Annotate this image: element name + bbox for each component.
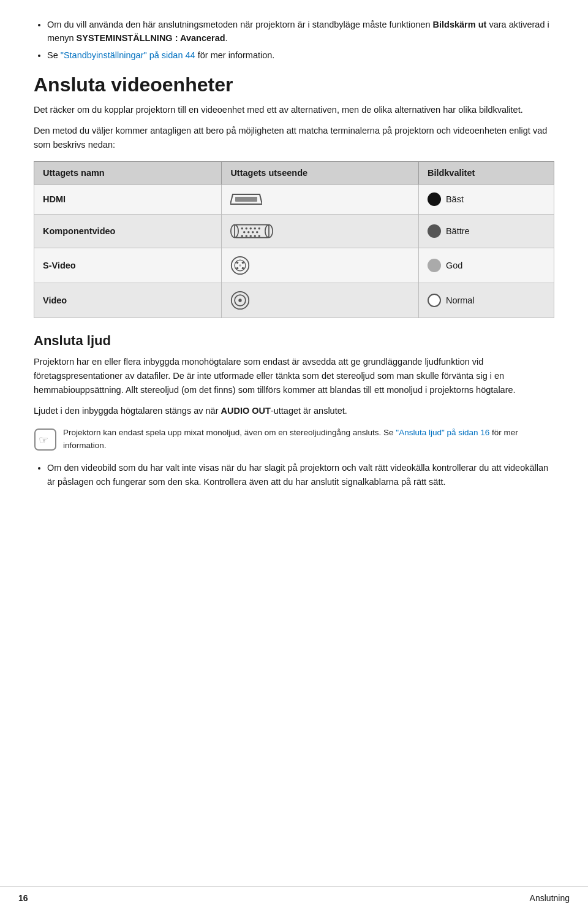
svg-rect-1 xyxy=(235,197,257,202)
svg-point-13 xyxy=(256,231,258,234)
svg-point-15 xyxy=(246,235,248,237)
svg-point-23 xyxy=(236,267,239,270)
quality-cell-svideo: God xyxy=(428,259,545,272)
svg-point-18 xyxy=(258,235,261,237)
footer-page-number: 16 xyxy=(18,893,28,903)
footer-section-label: Anslutning xyxy=(530,893,570,903)
svg-point-5 xyxy=(241,227,244,230)
note-icon: ☞ xyxy=(34,428,57,451)
main-heading: Ansluta videoenheter xyxy=(34,73,554,96)
quality-label-hdmi: Bäst xyxy=(446,194,464,204)
connector-name-video: Video xyxy=(43,295,67,305)
bullet1-audio-text: Om den videobild som du har valt inte vi… xyxy=(47,463,548,487)
table-row: HDMI Bäst xyxy=(34,185,554,215)
bullet-item-1: Om den videobild som du har valt inte vi… xyxy=(47,461,554,489)
page-footer: 16 Anslutning xyxy=(0,886,588,903)
quality-label-video: Normal xyxy=(446,295,475,305)
svg-point-8 xyxy=(254,227,257,230)
page-content: Om du vill använda den här anslutningsme… xyxy=(0,0,588,536)
body-bullets: Om den videobild som du har valt inte vi… xyxy=(34,461,554,489)
table-row: Video Normal xyxy=(34,283,554,318)
audio-paragraph-1: Projektorn har en eller flera inbyggda m… xyxy=(34,355,554,398)
quality-dot-component xyxy=(428,224,441,238)
connector-name-svideo: S-Video xyxy=(43,261,76,270)
quality-cell-hdmi: Bäst xyxy=(428,192,545,206)
audio-para2-end: -uttaget är anslutet. xyxy=(271,406,347,416)
bullet1-menu: SYSTEMINSTÄLLNING : Avancerad xyxy=(77,33,225,43)
quality-dot-svideo xyxy=(428,259,441,272)
bullet1-end: . xyxy=(225,33,228,43)
svg-point-28 xyxy=(239,299,242,302)
svg-point-10 xyxy=(243,231,246,234)
body-paragraph: Den metod du väljer kommer antagligen at… xyxy=(34,124,554,151)
svg-point-17 xyxy=(254,235,257,237)
svg-point-22 xyxy=(242,262,244,264)
svideo-connector-icon xyxy=(230,256,410,275)
intro-bullet-2: Se "Standbyinställningar" på sidan 44 fö… xyxy=(47,49,554,63)
svg-point-7 xyxy=(250,227,252,230)
quality-label-svideo: God xyxy=(446,261,462,270)
vga-connector-icon xyxy=(230,222,410,240)
intro-bullets: Om du vill använda den här anslutningsme… xyxy=(34,18,554,62)
table-row: S-Video xyxy=(34,248,554,283)
hdmi-connector-icon xyxy=(230,192,410,207)
svg-point-21 xyxy=(236,262,239,264)
audio-para2-pre: Ljudet i den inbyggda högtalaren stängs … xyxy=(34,406,221,416)
svg-point-9 xyxy=(258,227,261,230)
note-text-content: Projektorn kan endast spela upp mixat mo… xyxy=(63,427,554,452)
quality-cell-component: Bättre xyxy=(428,224,545,238)
bullet1-bold: Bildskärm ut xyxy=(433,20,487,29)
svg-rect-3 xyxy=(235,225,269,238)
bullet2-link[interactable]: "Standbyinställningar" på sidan 44 xyxy=(61,50,195,60)
quality-label-component: Bättre xyxy=(446,226,470,236)
audio-out-bold: AUDIO OUT xyxy=(221,406,271,416)
intro-bullet-1: Om du vill använda den här anslutningsme… xyxy=(47,18,554,45)
composite-connector-icon xyxy=(230,291,410,310)
svg-point-14 xyxy=(241,235,244,237)
table-header-name: Uttagets namn xyxy=(34,162,222,185)
connector-table: Uttagets namn Uttagets utseende Bildkval… xyxy=(34,161,554,318)
svg-point-12 xyxy=(252,231,254,234)
quality-dot-video xyxy=(428,294,441,307)
svg-point-25 xyxy=(239,264,242,267)
table-row: Komponentvideo xyxy=(34,215,554,248)
svg-text:☞: ☞ xyxy=(39,434,48,446)
subsection-heading: Ansluta ljud xyxy=(34,333,554,349)
bullet1-text: Om du vill använda den här anslutningsme… xyxy=(47,20,433,29)
quality-dot-hdmi xyxy=(428,192,441,206)
bullet2-pre: Se xyxy=(47,50,61,60)
bullet2-end: för mer information. xyxy=(195,50,275,60)
quality-cell-video: Normal xyxy=(428,294,545,307)
table-header-quality: Bildkvalitet xyxy=(418,162,554,185)
connector-name-hdmi: HDMI xyxy=(43,194,66,204)
connector-name-component: Komponentvideo xyxy=(43,226,115,236)
note-box: ☞ Projektorn kan endast spela upp mixat … xyxy=(34,427,554,452)
svg-point-6 xyxy=(246,227,248,230)
svg-point-24 xyxy=(242,267,244,270)
note-main-text: Projektorn kan endast spela upp mixat mo… xyxy=(63,428,396,437)
svg-point-11 xyxy=(247,231,250,234)
svg-point-16 xyxy=(250,235,252,237)
table-header-appearance: Uttagets utseende xyxy=(222,162,419,185)
intro-paragraph: Det räcker om du kopplar projektorn till… xyxy=(34,103,554,116)
audio-paragraph-2: Ljudet i den inbyggda högtalaren stängs … xyxy=(34,404,554,418)
note-link[interactable]: "Ansluta ljud" på sidan 16 xyxy=(396,428,489,437)
